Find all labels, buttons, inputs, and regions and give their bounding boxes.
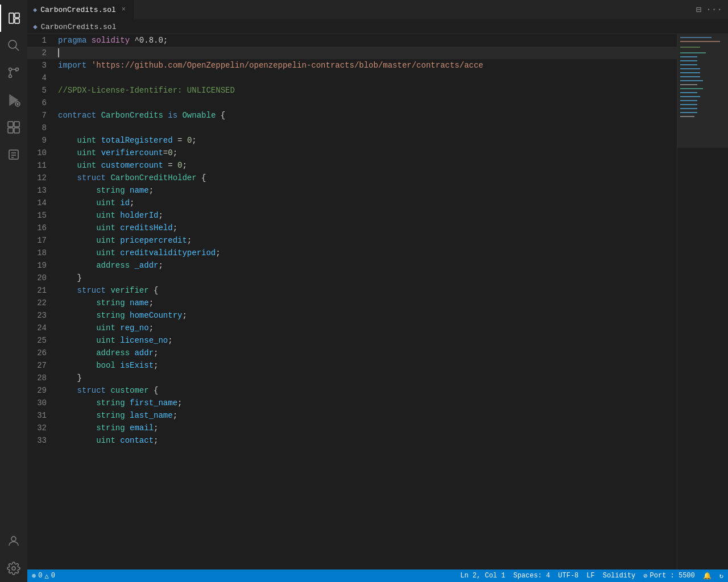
code-line[interactable]: 32 string email; [27, 422, 677, 434]
search-icon[interactable] [0, 32, 27, 59]
line-number: 18 [27, 247, 56, 259]
cursor-position[interactable]: Ln 2, Col 1 [460, 572, 505, 580]
line-number: 13 [27, 184, 56, 197]
line-number: 29 [27, 384, 56, 397]
account-icon[interactable] [0, 527, 27, 555]
editor-area: 1pragma solidity ^0.8.0;23import 'https:… [27, 34, 728, 569]
code-line[interactable]: 25 uint license_no; [27, 334, 677, 347]
code-line[interactable]: 5//SPDX-License-Identifier: UNLICENSED [27, 84, 677, 97]
svg-rect-15 [14, 128, 19, 133]
split-editor-icon[interactable]: ⊟ [696, 4, 702, 15]
line-number: 31 [27, 409, 56, 422]
line-content: uint license_no; [56, 334, 677, 347]
line-number: 15 [27, 209, 56, 222]
line-content: struct customer { [56, 384, 677, 397]
code-line[interactable]: 31 string last_name; [27, 409, 677, 422]
code-line[interactable]: 20 } [27, 272, 677, 284]
run-icon[interactable] [0, 86, 27, 114]
language-text: Solidity [603, 572, 636, 580]
breadcrumb-eth-icon: ◆ [33, 22, 38, 31]
svg-rect-2 [15, 19, 19, 23]
code-line[interactable]: 22 string name; [27, 297, 677, 309]
code-editor[interactable]: 1pragma solidity ^0.8.0;23import 'https:… [27, 34, 677, 569]
notifications[interactable]: 🔔 [703, 572, 712, 580]
code-line[interactable]: 24 uint reg_no; [27, 322, 677, 334]
code-line[interactable]: 29 struct customer { [27, 384, 677, 397]
line-content: address _addr; [56, 259, 677, 272]
code-line[interactable]: 3import 'https://github.com/OpenZeppelin… [27, 59, 677, 72]
code-line[interactable]: 23 string homeCountry; [27, 309, 677, 322]
tab-close-button[interactable]: × [119, 5, 128, 15]
line-number: 24 [27, 322, 56, 334]
extensions-icon[interactable] [0, 114, 27, 141]
line-number: 28 [27, 372, 56, 384]
explorer-icon[interactable] [0, 5, 27, 32]
code-line[interactable]: 11 uint customercount = 0; [27, 159, 677, 172]
code-line[interactable]: 21 struct verifier { [27, 284, 677, 297]
line-content: string first_name; [56, 397, 677, 409]
settings-icon[interactable] [0, 555, 27, 582]
language-mode[interactable]: Solidity [603, 572, 636, 580]
position-text: Ln 2, Col 1 [460, 572, 505, 580]
code-line[interactable]: 16 uint creditsHeld; [27, 222, 677, 234]
tab-actions: ⊟ ··· [696, 4, 728, 15]
sync-button[interactable]: ↻ [719, 572, 723, 580]
code-line[interactable]: 30 string first_name; [27, 397, 677, 409]
status-left: ⊗ 0 △ 0 [32, 572, 55, 580]
code-line[interactable]: 14 uint id; [27, 197, 677, 209]
activity-bar [0, 0, 27, 582]
indentation[interactable]: Spaces: 4 [513, 572, 550, 580]
bell-icon: 🔔 [703, 572, 712, 580]
svg-point-20 [11, 537, 16, 541]
code-line[interactable]: 15 uint holderId; [27, 209, 677, 222]
source-control-icon[interactable] [0, 59, 27, 86]
code-line[interactable]: 28 } [27, 372, 677, 384]
line-number: 17 [27, 234, 56, 247]
outline-icon[interactable] [0, 141, 27, 168]
code-line[interactable]: 27 bool isExist; [27, 359, 677, 372]
line-content: } [56, 272, 677, 284]
line-number: 10 [27, 147, 56, 159]
line-number: 4 [27, 72, 56, 84]
error-count: 0 [38, 572, 42, 580]
errors-status[interactable]: ⊗ 0 △ 0 [32, 572, 55, 580]
code-line[interactable]: 19 address _addr; [27, 259, 677, 272]
encoding[interactable]: UTF-8 [558, 572, 578, 580]
code-line[interactable]: 2 [27, 47, 677, 59]
line-ending[interactable]: LF [586, 572, 594, 580]
line-number: 22 [27, 297, 56, 309]
sync-icon: ↻ [719, 572, 723, 580]
svg-rect-14 [8, 128, 13, 133]
line-number: 7 [27, 109, 56, 122]
line-content: string name; [56, 297, 677, 309]
code-line[interactable]: 17 uint pricepercredit; [27, 234, 677, 247]
code-line[interactable]: 9 uint totalRegistered = 0; [27, 134, 677, 147]
code-line[interactable]: 18 uint creditvalidityperiod; [27, 247, 677, 259]
line-content: struct verifier { [56, 284, 677, 297]
code-line[interactable]: 4 [27, 72, 677, 84]
code-line[interactable]: 6 [27, 97, 677, 109]
code-line[interactable]: 26 address addr; [27, 347, 677, 359]
port-status[interactable]: ⊘ Port : 5500 [643, 572, 694, 580]
code-line[interactable]: 10 uint verifiercount=0; [27, 147, 677, 159]
code-line[interactable]: 7contract CarbonCredits is Ownable { [27, 109, 677, 122]
code-line[interactable]: 13 string name; [27, 184, 677, 197]
error-icon: ⊗ [32, 572, 36, 580]
line-number: 21 [27, 284, 56, 297]
line-number: 16 [27, 222, 56, 234]
more-actions-icon[interactable]: ··· [706, 5, 722, 15]
code-line[interactable]: 12 struct CarbonCreditHolder { [27, 172, 677, 184]
svg-point-21 [12, 567, 15, 570]
line-content: string email; [56, 422, 677, 434]
line-content: uint creditsHeld; [56, 222, 677, 234]
file-tab[interactable]: ◆ CarbonCredits.sol × [27, 0, 134, 20]
line-content: address addr; [56, 347, 677, 359]
code-line[interactable]: 33 uint contact; [27, 434, 677, 447]
code-line[interactable]: 8 [27, 122, 677, 134]
encoding-text: UTF-8 [558, 572, 578, 580]
breadcrumb: ◆ CarbonCredits.sol [27, 20, 728, 34]
code-line[interactable]: 1pragma solidity ^0.8.0; [27, 34, 677, 47]
line-content: uint contact; [56, 434, 677, 447]
svg-point-6 [9, 75, 12, 78]
line-number: 2 [27, 47, 56, 59]
